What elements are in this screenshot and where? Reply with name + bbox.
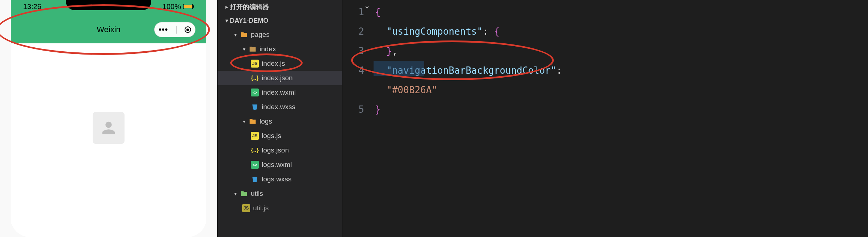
nav-title: Weixin bbox=[97, 25, 121, 34]
chevron-right-icon: ▸ bbox=[223, 4, 230, 10]
fold-chevron-icon[interactable]: ⌄ bbox=[365, 1, 369, 9]
file-index-wxss[interactable]: index.wxss bbox=[218, 100, 342, 114]
more-icon[interactable]: ••• bbox=[159, 25, 168, 34]
line-number: 1 bbox=[342, 2, 364, 22]
capsule-menu[interactable]: ••• bbox=[154, 22, 195, 37]
code-token: { bbox=[375, 7, 381, 17]
wxss-icon bbox=[251, 175, 259, 183]
project-root-label: DAY1-DEMO bbox=[230, 17, 268, 25]
folder-pages[interactable]: ▾ pages bbox=[218, 27, 342, 42]
chevron-down-icon: ▾ bbox=[232, 191, 239, 197]
code-editor[interactable]: ⌄ 1 2 3 4 5 { "usingComponents": { }, "n… bbox=[342, 0, 868, 237]
file-index-json[interactable]: {..} index.json bbox=[218, 71, 342, 85]
js-icon: JS bbox=[242, 204, 250, 212]
file-index-js[interactable]: JS index.js bbox=[218, 56, 342, 71]
folder-icon bbox=[240, 31, 248, 39]
chevron-down-icon: ▾ bbox=[223, 18, 230, 23]
folder-label: index bbox=[260, 45, 276, 53]
close-target-icon[interactable] bbox=[185, 26, 191, 33]
file-index-wxml[interactable]: <> index.wxml bbox=[218, 85, 342, 100]
simulator-pane: 13:26 100% Weixin ••• bbox=[0, 0, 217, 237]
code-token: } bbox=[386, 46, 392, 56]
status-time: 13:26 bbox=[23, 3, 41, 11]
svg-rect-2 bbox=[193, 5, 194, 8]
folder-label: utils bbox=[251, 190, 263, 198]
code-token: "#00B26A" bbox=[386, 85, 437, 95]
open-editors-label: 打开的编辑器 bbox=[230, 3, 269, 11]
folder-icon bbox=[249, 117, 257, 125]
svg-rect-1 bbox=[184, 5, 192, 8]
phone-notch bbox=[66, 0, 151, 10]
js-icon: JS bbox=[251, 60, 259, 68]
wxss-icon bbox=[251, 103, 259, 111]
file-label: util.js bbox=[253, 204, 269, 212]
avatar-placeholder[interactable] bbox=[93, 112, 125, 144]
code-token: , bbox=[392, 46, 398, 56]
file-label: index.wxss bbox=[262, 103, 295, 111]
line-number: 5 bbox=[342, 100, 364, 119]
js-icon: JS bbox=[251, 132, 259, 140]
folder-icon bbox=[240, 190, 248, 198]
code-area[interactable]: { "usingComponents": { }, "navigationBar… bbox=[375, 0, 868, 237]
phone-frame: 13:26 100% Weixin ••• bbox=[11, 0, 206, 237]
line-number: 3 bbox=[342, 41, 364, 61]
chevron-down-icon: ▾ bbox=[232, 32, 239, 38]
json-icon: {..} bbox=[251, 74, 259, 82]
capsule-divider bbox=[176, 26, 177, 34]
file-label: index.json bbox=[262, 74, 293, 82]
file-label: logs.wxss bbox=[262, 175, 291, 183]
folder-utils[interactable]: ▾ utils bbox=[218, 186, 342, 201]
nav-bar: Weixin ••• bbox=[11, 16, 206, 43]
line-number: 2 bbox=[342, 22, 364, 41]
person-icon bbox=[99, 118, 118, 137]
code-token: } bbox=[375, 104, 381, 115]
file-label: index.wxml bbox=[262, 89, 296, 96]
json-icon: {..} bbox=[251, 146, 259, 154]
folder-icon bbox=[249, 45, 257, 53]
file-util-js[interactable]: JS util.js bbox=[218, 201, 342, 215]
battery-icon bbox=[183, 4, 194, 9]
code-token: : bbox=[483, 26, 488, 37]
code-token: { bbox=[494, 26, 500, 37]
file-label: logs.js bbox=[262, 132, 281, 140]
chevron-down-icon: ▾ bbox=[241, 46, 247, 52]
code-token: "usingComponents" bbox=[386, 26, 483, 37]
file-label: logs.json bbox=[262, 146, 289, 154]
folder-index[interactable]: ▾ index bbox=[218, 42, 342, 56]
battery-percent: 100% bbox=[163, 3, 181, 11]
file-logs-json[interactable]: {..} logs.json bbox=[218, 143, 342, 158]
status-battery-group: 100% bbox=[163, 3, 194, 11]
chevron-down-icon: ▾ bbox=[241, 118, 247, 124]
file-label: logs.wxml bbox=[262, 161, 292, 169]
folder-label: logs bbox=[260, 117, 272, 125]
folder-logs[interactable]: ▾ logs bbox=[218, 114, 342, 129]
wxml-icon: <> bbox=[251, 89, 259, 96]
wxml-icon: <> bbox=[251, 161, 259, 169]
file-logs-wxml[interactable]: <> logs.wxml bbox=[218, 158, 342, 172]
open-editors-section[interactable]: ▸ 打开的编辑器 bbox=[218, 0, 342, 14]
file-label: index.js bbox=[262, 60, 285, 68]
folder-label: pages bbox=[251, 31, 270, 39]
code-token: : bbox=[556, 65, 562, 76]
page-body bbox=[11, 43, 206, 224]
line-gutter: 1 2 3 4 5 bbox=[342, 0, 375, 237]
file-logs-wxss[interactable]: logs.wxss bbox=[218, 172, 342, 186]
file-logs-js[interactable]: JS logs.js bbox=[218, 129, 342, 143]
file-explorer[interactable]: ▸ 打开的编辑器 ▾ DAY1-DEMO ▾ pages ▾ index JS … bbox=[217, 0, 342, 237]
line-number: 4 bbox=[342, 61, 364, 80]
project-root[interactable]: ▾ DAY1-DEMO bbox=[218, 14, 342, 27]
